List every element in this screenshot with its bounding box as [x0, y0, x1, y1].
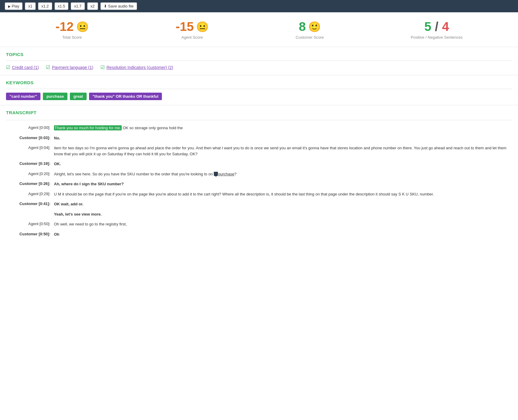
- play-button[interactable]: Play: [5, 2, 22, 10]
- speaker-1: Customer [0:03]:: [6, 135, 54, 140]
- topic-link-0[interactable]: Credit card (1): [12, 65, 39, 70]
- speaker-0: Agent [0:00]:: [6, 125, 54, 130]
- customer-score-emoji: 🙂: [308, 21, 321, 33]
- speed-x2-button[interactable]: x2: [87, 2, 98, 10]
- scores-section: -12 😐 Total Score -15 😐 Agent Score 8 🙂 …: [0, 12, 518, 47]
- keyword-purchase: purchase: [218, 172, 234, 176]
- transcript-title: TRANSCRIPT: [6, 110, 512, 115]
- total-score-item: -12 😐 Total Score: [55, 19, 89, 40]
- topics-list: ☑ Credit card (1) ☑ Payment language (1)…: [6, 64, 512, 70]
- topic-check-icon-2: ☑: [100, 64, 105, 70]
- text-segment-4-0: Alright, let's see here. So do you have …: [54, 172, 214, 176]
- text-1: No.: [54, 135, 512, 141]
- topic-item-2[interactable]: ☑ Resolution Indicators (customer) (2): [100, 64, 173, 70]
- text-0: Thank you so much for holding for me. OK…: [54, 125, 512, 131]
- speaker-9: Agent [0:50]:: [6, 221, 54, 226]
- speed-x1-7-button[interactable]: x1.7: [71, 2, 85, 10]
- text-4: Alright, let's see here. So do you have …: [54, 171, 512, 177]
- save-label: Save audio file: [108, 4, 134, 8]
- audio-controls-bar: Play x1 x1.2 x1.5 x1.7 x2 ⬇ Save audio f…: [0, 0, 518, 12]
- keywords-section: KEYWORDS "card number" purchase great "t…: [0, 75, 518, 105]
- topic-link-1[interactable]: Payment language (1): [52, 65, 93, 70]
- agent-score-label: Agent Score: [176, 35, 209, 40]
- keywords-title: KEYWORDS: [6, 80, 512, 85]
- transcript-entry-8: Yeah, let's see view more.: [6, 211, 512, 217]
- topics-title: TOPICS: [6, 52, 512, 57]
- pos-neg-score-item: 5 / 4 Positive / Negative Sentences: [411, 19, 463, 40]
- keyword-tag-2[interactable]: great: [70, 93, 87, 100]
- keywords-list: "card number" purchase great "thank you"…: [6, 93, 512, 100]
- transcript-section: TRANSCRIPT Agent [0:00]: Thank you so mu…: [0, 105, 518, 246]
- speed-x1-5-button[interactable]: x1.5: [55, 2, 69, 10]
- agent-score-item: -15 😐 Agent Score: [176, 19, 209, 40]
- text-8: Yeah, let's see view more.: [54, 211, 512, 217]
- positive-count: 5: [424, 19, 431, 34]
- transcript-entry-5: Customer [0:26]: Ah, where do I sign the…: [6, 181, 512, 187]
- text-segment-4-2: ?: [234, 172, 237, 176]
- speaker-4: Agent [0:20]:: [6, 171, 54, 176]
- transcript-entry-9: Agent [0:50]: Oh well, we need to go to …: [6, 221, 512, 227]
- text-10: Oh: [54, 231, 512, 237]
- save-audio-button[interactable]: ⬇ Save audio file: [100, 2, 137, 10]
- speaker-10: Customer [0:50]:: [6, 231, 54, 236]
- text-7: OK wait, add or.: [54, 201, 512, 207]
- text-6: U M it should be on the page that if you…: [54, 191, 512, 197]
- transcript-entry-1: Customer [0:03]: No.: [6, 135, 512, 141]
- agent-score-emoji: 😐: [196, 21, 209, 33]
- speaker-3: Customer [0:19]:: [6, 161, 54, 166]
- keyword-marker-icon: [214, 172, 218, 177]
- text-5: Ah, where do I sign the SKU number?: [54, 181, 512, 187]
- topics-section: TOPICS ☑ Credit card (1) ☑ Payment langu…: [0, 47, 518, 75]
- speaker-2: Agent [0:04]:: [6, 145, 54, 150]
- transcript-entry-0: Agent [0:00]: Thank you so much for hold…: [6, 125, 512, 131]
- customer-score-item: 8 🙂 Customer Score: [296, 19, 324, 40]
- total-score-value: -12 😐: [55, 19, 89, 34]
- keyword-tag-3[interactable]: "thank you" OR thanks OR thankful: [89, 93, 162, 100]
- highlighted-phrase-0: Thank you so much for holding for me.: [54, 125, 122, 130]
- topic-check-icon-1: ☑: [46, 64, 50, 70]
- keyword-tag-1[interactable]: purchase: [43, 93, 67, 100]
- speed-x1-button[interactable]: x1: [25, 2, 36, 10]
- transcript-entry-2: Agent [0:04]: item for two days so I'm g…: [6, 145, 512, 157]
- pos-neg-slash: /: [435, 19, 439, 34]
- customer-score-value: 8 🙂: [296, 19, 324, 34]
- speaker-8: [6, 211, 54, 212]
- transcript-entry-7: Customer [0:41]: OK wait, add or.: [6, 201, 512, 207]
- play-label: Play: [12, 4, 19, 8]
- transcript-entry-3: Customer [0:19]: OK.: [6, 161, 512, 167]
- speaker-7: Customer [0:41]:: [6, 201, 54, 206]
- topic-item-0[interactable]: ☑ Credit card (1): [6, 64, 39, 70]
- negative-count: 4: [442, 19, 449, 34]
- text-9: Oh well, we need to go to the registry f…: [54, 221, 512, 227]
- play-icon: [8, 4, 10, 8]
- speed-x1-2-button[interactable]: x1.2: [38, 2, 52, 10]
- agent-score-value: -15 😐: [176, 19, 209, 34]
- topic-link-2[interactable]: Resolution Indicators (customer) (2): [106, 65, 173, 70]
- transcript-entry-4: Agent [0:20]: Alright, let's see here. S…: [6, 171, 512, 177]
- total-score-label: Total Score: [55, 35, 89, 40]
- topic-item-1[interactable]: ☑ Payment language (1): [46, 64, 93, 70]
- keyword-tag-0[interactable]: "card number": [6, 93, 40, 100]
- speaker-6: Agent [0:29]:: [6, 191, 54, 196]
- save-icon: ⬇: [104, 4, 107, 8]
- text-segment-0-1: OK so storage only gonna hold the: [123, 126, 183, 130]
- transcript-entry-6: Agent [0:29]: U M it should be on the pa…: [6, 191, 512, 197]
- text-3: OK.: [54, 161, 512, 167]
- customer-score-label: Customer Score: [296, 35, 324, 40]
- pos-neg-score-value: 5 / 4: [411, 19, 463, 34]
- text-2: item for two days so I'm gonna we're gon…: [54, 145, 512, 157]
- total-score-emoji: 😐: [76, 21, 89, 33]
- transcript-entry-10: Customer [0:50]: Oh: [6, 231, 512, 237]
- pos-neg-label: Positive / Negative Sentences: [411, 35, 463, 40]
- topic-check-icon-0: ☑: [6, 64, 10, 70]
- speaker-5: Customer [0:26]:: [6, 181, 54, 186]
